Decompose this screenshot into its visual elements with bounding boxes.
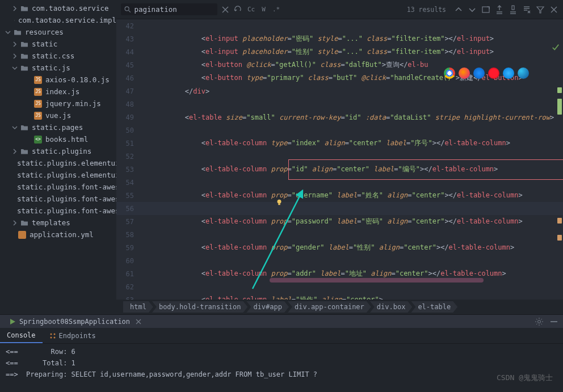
close-run-tab-icon[interactable] <box>136 319 141 324</box>
code-line[interactable]: 58 <box>116 228 563 241</box>
line-number: 58 <box>116 231 142 239</box>
breadcrumb-item[interactable]: html <box>123 301 153 313</box>
folder-icon <box>20 64 28 72</box>
remove-occurrence-icon[interactable] <box>522 5 531 14</box>
chevron-right-icon <box>11 17 12 24</box>
code-line[interactable]: 59 <el-table-column prop="gender" label=… <box>116 241 563 254</box>
folder-icon <box>14 28 22 36</box>
line-number: 45 <box>116 61 142 69</box>
find-input-wrapper[interactable] <box>121 3 217 15</box>
tree-item[interactable]: JSindex.js <box>0 86 116 98</box>
code-line[interactable]: 48 <box>116 98 563 111</box>
tree-label: books.html <box>45 135 88 144</box>
code-line[interactable]: 60 <box>116 254 563 267</box>
tree-item[interactable]: com.taotao.service.impl <box>0 14 116 26</box>
run-config-name: Springboot08SsmpApplication <box>19 318 130 326</box>
tree-item[interactable]: static.plugins.font-awesome <box>0 181 116 193</box>
code-line[interactable]: 51 <el-table-column type="index" align="… <box>116 137 563 150</box>
tree-item[interactable]: templates <box>0 217 116 229</box>
tree-item[interactable]: static.plugins <box>0 145 116 157</box>
console-output[interactable]: <== Row: 6<== Total: 1==> Preparing: SEL… <box>0 344 563 392</box>
find-down-icon[interactable] <box>468 5 477 14</box>
project-tree[interactable]: com.taotao.servicecom.taotao.service.imp… <box>0 0 116 314</box>
filter-icon[interactable] <box>536 5 545 14</box>
select-all-icon[interactable] <box>509 5 518 14</box>
code-line[interactable]: 47 </div> <box>116 85 563 98</box>
svg-marker-23 <box>10 319 15 324</box>
code-line[interactable]: 53 <el-table-column prop="id" align="cen… <box>116 163 563 176</box>
close-find-icon[interactable] <box>221 5 230 14</box>
code-line[interactable]: 50 <box>116 124 563 137</box>
tree-item[interactable]: static.plugins.font-awesome <box>0 205 116 217</box>
breadcrumb-item[interactable]: div.app-container <box>288 301 371 313</box>
js-file-icon: JS <box>34 100 42 108</box>
find-input[interactable] <box>134 5 214 14</box>
ok-icon <box>552 43 560 51</box>
tree-item[interactable]: <>books.html <box>0 133 116 145</box>
firefox-icon[interactable] <box>459 68 470 79</box>
match-case-toggle[interactable]: Cc <box>246 6 257 13</box>
tree-item[interactable]: static.plugins.font-awesome <box>0 193 116 205</box>
code-line[interactable]: 54 <box>116 176 563 189</box>
console-tab[interactable]: Endpoints <box>43 328 103 343</box>
horizontal-scrollbar[interactable] <box>270 278 484 283</box>
code-line[interactable]: 55 <el-table-column prop="username" labe… <box>116 189 563 202</box>
folder-icon <box>20 124 28 132</box>
code-line[interactable]: 44 <el-input placeholder="性别" style="...… <box>116 45 563 58</box>
intention-bulb-icon[interactable] <box>275 198 283 206</box>
breadcrumb-item[interactable]: body.hold-transition <box>152 301 248 313</box>
tree-item[interactable]: application.yml <box>0 229 116 241</box>
code-text: </div> <box>152 87 209 95</box>
edge-icon[interactable] <box>518 68 529 79</box>
line-number: 61 <box>116 270 142 278</box>
tree-item[interactable]: resources <box>0 26 116 38</box>
error-stripe[interactable] <box>555 76 563 300</box>
close-findbar-icon[interactable] <box>549 5 558 14</box>
code-line[interactable]: 42 <box>116 19 563 32</box>
tree-item[interactable]: JSjquery.min.js <box>0 98 116 109</box>
prev-occurrence-icon[interactable] <box>233 5 242 14</box>
code-text: <el-table-column prop="addr" label="地址" … <box>152 269 506 279</box>
breadcrumb-item[interactable]: div#app <box>246 301 289 313</box>
words-toggle[interactable]: W <box>260 6 267 13</box>
opera-icon[interactable] <box>488 68 499 79</box>
add-selection-icon[interactable] <box>495 5 504 14</box>
tree-item[interactable]: static.pages <box>0 121 116 133</box>
tree-item[interactable]: JSaxios-0.18.0.js <box>0 74 116 86</box>
console-tab[interactable]: Console <box>0 328 43 343</box>
line-number: 55 <box>116 192 142 200</box>
open-new-tab-icon[interactable] <box>481 5 490 14</box>
tree-item[interactable]: static.css <box>0 50 116 62</box>
code-line[interactable]: 49 <el-table size="small" current-row-ke… <box>116 111 563 124</box>
code-text: <el-table size="small" current-row-key="… <box>152 113 554 121</box>
tree-label: static.plugins <box>32 147 91 155</box>
safari-icon[interactable] <box>473 68 485 79</box>
hide-panel-icon[interactable] <box>549 317 558 326</box>
code-area[interactable]: 4243 <el-input placeholder="密码" style=".… <box>116 19 563 300</box>
tree-label: static.plugins.elementui <box>17 159 116 167</box>
ie-icon[interactable] <box>503 68 514 79</box>
find-up-icon[interactable] <box>454 5 463 14</box>
folder-icon <box>20 147 28 155</box>
regex-toggle[interactable]: .* <box>271 6 282 13</box>
tree-item[interactable]: com.taotao.service <box>0 2 116 14</box>
run-settings-icon[interactable] <box>535 317 544 326</box>
tree-item[interactable]: static.js <box>0 62 116 74</box>
code-line[interactable]: 63 <el-table-column label="操作" align="ce… <box>116 293 563 300</box>
chrome-icon[interactable] <box>444 68 455 79</box>
code-line[interactable]: 43 <el-input placeholder="密码" style="...… <box>116 32 563 45</box>
code-line[interactable]: 52 <box>116 150 563 163</box>
tree-item[interactable]: JSvue.js <box>0 109 116 121</box>
tree-item[interactable]: static.plugins.elementui <box>0 157 116 169</box>
tree-item[interactable]: static <box>0 38 116 50</box>
tree-item[interactable]: static.plugins.elementui.fonts <box>0 169 116 181</box>
line-number: 47 <box>116 87 142 95</box>
breadcrumb-item[interactable]: el-table <box>411 301 457 313</box>
tree-label: axios-0.18.0.js <box>45 75 110 84</box>
code-line[interactable]: 57 <el-table-column prop="password" labe… <box>116 215 563 228</box>
chevron-right-icon <box>11 53 18 60</box>
breadcrumb-item[interactable]: div.box <box>370 301 413 313</box>
line-number: 59 <box>116 244 142 252</box>
run-tab[interactable]: Springboot08SsmpApplication <box>5 316 146 327</box>
code-line[interactable]: 56 <box>116 202 563 215</box>
